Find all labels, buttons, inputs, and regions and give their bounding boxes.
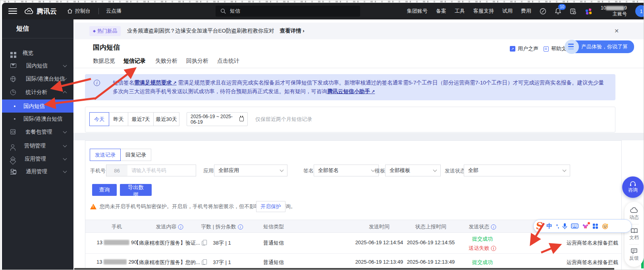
tab-click-stats[interactable]: 点击统计: [217, 57, 239, 65]
banner-details-link[interactable]: 查看详情: [280, 27, 304, 34]
pie-chart-icon: [10, 90, 16, 95]
menu-icon[interactable]: [8, 8, 17, 14]
cell-status-submitted: 提交成功: [472, 236, 493, 243]
quick-range-today[interactable]: 今天: [89, 112, 109, 126]
account-info[interactable]: 109 主账号: [601, 5, 627, 17]
colorful-apps-icon[interactable]: [585, 8, 592, 15]
background-window-sliver: [4, 1, 640, 2]
sms-assistant-link[interactable]: 腾讯云短信小助手: [327, 88, 375, 94]
records-card: 发送记录 回复记录 手机号 86 应用 全部应用 签名 全部签名 模板 全部模板…: [85, 140, 622, 270]
feedback-button[interactable]: 反馈: [629, 247, 639, 262]
ime-skin-icon[interactable]: [582, 223, 589, 229]
ime-punctuation-toggle[interactable]: °,: [556, 223, 559, 229]
notification-count-badge: 10: [558, 4, 566, 10]
document-icon: [544, 46, 549, 52]
col-report-time: 状态上报时间: [415, 223, 446, 230]
app-select[interactable]: 全部应用: [214, 165, 287, 176]
signature-select[interactable]: 全部签名: [314, 165, 379, 176]
template-select[interactable]: 全部模板: [385, 165, 441, 176]
brand-name: 腾讯云: [37, 7, 57, 16]
info-icon[interactable]: [238, 224, 243, 230]
quick-range-30days[interactable]: 最近30天: [153, 112, 179, 126]
avatar[interactable]: 1: [635, 5, 644, 17]
copy-icon[interactable]: [202, 260, 205, 265]
ime-language-toggle[interactable]: 中: [546, 222, 552, 230]
product-experience-pill[interactable]: 产品体验，你说了算: [566, 41, 634, 53]
floating-rail: 动态 文档 反馈: [625, 202, 644, 267]
ime-toolbox-icon[interactable]: [592, 223, 598, 229]
user-voice-icon: [510, 46, 515, 52]
nav-icp[interactable]: 备案: [436, 8, 446, 15]
mail-icon: [10, 63, 16, 68]
search-input[interactable]: 短信: [216, 6, 360, 17]
ticket-icon[interactable]: [570, 8, 577, 15]
warning-icon: [90, 204, 96, 209]
cloud-refresh-icon: [630, 207, 638, 213]
calendar-icon: [239, 117, 244, 121]
nav-support[interactable]: 客服支持: [473, 8, 494, 15]
sidebar: 短信 概览 国内短信 国际/港澳台短信 统计分析 国内短信 国际/港澳台短信: [2, 19, 73, 270]
nav-tools[interactable]: 工具: [455, 8, 465, 15]
sidebar-item-package-mgmt[interactable]: 套餐包管理: [2, 125, 73, 138]
cell-send-time: 2025-06-19 12:14:54: [355, 239, 403, 245]
search-value: 短信: [230, 8, 240, 15]
send-status-select[interactable]: 全部: [464, 165, 570, 176]
tab-reply-records[interactable]: 回复记录: [120, 149, 151, 161]
keyboard-icon[interactable]: [571, 223, 578, 229]
emoji-icon[interactable]: [602, 223, 609, 230]
chevron-down-icon: [563, 168, 567, 172]
product-link[interactable]: 云点播: [106, 8, 121, 15]
nav-trial[interactable]: 试用: [502, 8, 513, 15]
export-button[interactable]: 导出数据: [120, 184, 152, 196]
dynamics-button[interactable]: 动态: [629, 207, 639, 222]
chevron-up-icon: [63, 91, 67, 95]
sidebar-item-overview[interactable]: 概览: [2, 46, 73, 59]
tab-receipt-analysis[interactable]: 回执分析: [186, 57, 208, 65]
nav-group-account[interactable]: 集团账号: [407, 8, 428, 15]
console-link[interactable]: 控制台: [67, 8, 91, 15]
quick-range-yesterday[interactable]: 昨天: [109, 112, 128, 126]
error-info-icon[interactable]: [491, 246, 496, 251]
nav-billing[interactable]: 费用: [521, 8, 531, 15]
tab-send-records[interactable]: 发送记录: [90, 149, 121, 161]
spec-requirement-link[interactable]: 需满足规范要求: [134, 80, 177, 86]
cell-content: 【痛康精准医疗服务】验证...: [134, 239, 205, 247]
sidebar-item-statistics[interactable]: 统计分析: [2, 86, 73, 99]
sidebar-subitem-domestic-sms-stats[interactable]: 国内短信: [2, 100, 73, 113]
sidebar-item-general-mgmt[interactable]: 通用管理: [2, 165, 73, 178]
copy-icon[interactable]: [202, 241, 205, 245]
chevron-down-icon: [63, 156, 67, 160]
sidebar-item-intl-sms[interactable]: 国际/港澳台短信: [2, 72, 73, 85]
quick-range-7days[interactable]: 最近7天: [128, 112, 154, 126]
table-row: 13290 【痛康精准医疗服务】您的... 37字 | 1 普通短信 2025-…: [85, 254, 621, 270]
sidebar-item-marketing-mgmt[interactable]: 营销管理: [2, 139, 73, 152]
tencent-cloud-logo[interactable]: 腾讯云: [24, 7, 57, 16]
phone-input[interactable]: [127, 165, 196, 176]
close-icon[interactable]: ✕: [614, 28, 619, 34]
notification-bell[interactable]: 10: [555, 8, 561, 15]
query-button[interactable]: 查询: [92, 184, 117, 196]
info-icon[interactable]: [491, 224, 496, 230]
info-icon[interactable]: [178, 224, 183, 230]
tab-data-overview[interactable]: 数据总览: [93, 57, 115, 65]
sidebar-item-domestic-sms[interactable]: 国内短信: [2, 59, 73, 72]
chevron-down-icon: [280, 168, 284, 172]
consult-floating-button[interactable]: 咨询: [622, 176, 644, 198]
microphone-icon[interactable]: [562, 223, 567, 230]
circled-slash-icon[interactable]: [540, 8, 546, 15]
tab-failure-analysis[interactable]: 失败分析: [155, 57, 177, 65]
date-range-value: 2025-06-19 ~ 2025-06-19: [191, 114, 239, 125]
package-icon: [10, 129, 15, 134]
date-range-input[interactable]: 2025-06-19 ~ 2025-06-19: [187, 112, 248, 126]
cell-send-time: 2025-06-19 12:13:49: [355, 259, 403, 265]
account-id-redaction: [606, 6, 624, 10]
sidebar-item-app-mgmt[interactable]: 应用管理: [2, 152, 73, 165]
tab-sms-records[interactable]: 短信记录: [123, 57, 146, 65]
user-voice-link[interactable]: 用户之声: [510, 45, 538, 52]
sogou-logo[interactable]: S: [535, 220, 543, 232]
sidebar-title: 短信: [16, 25, 29, 33]
sidebar-subitem-intl-sms-stats[interactable]: 国际/港澳台短信: [2, 112, 73, 125]
enable-protection-button[interactable]: 开启保护: [256, 201, 285, 212]
window-bottom-edge: [74, 268, 614, 270]
layers-icon: [10, 156, 15, 161]
